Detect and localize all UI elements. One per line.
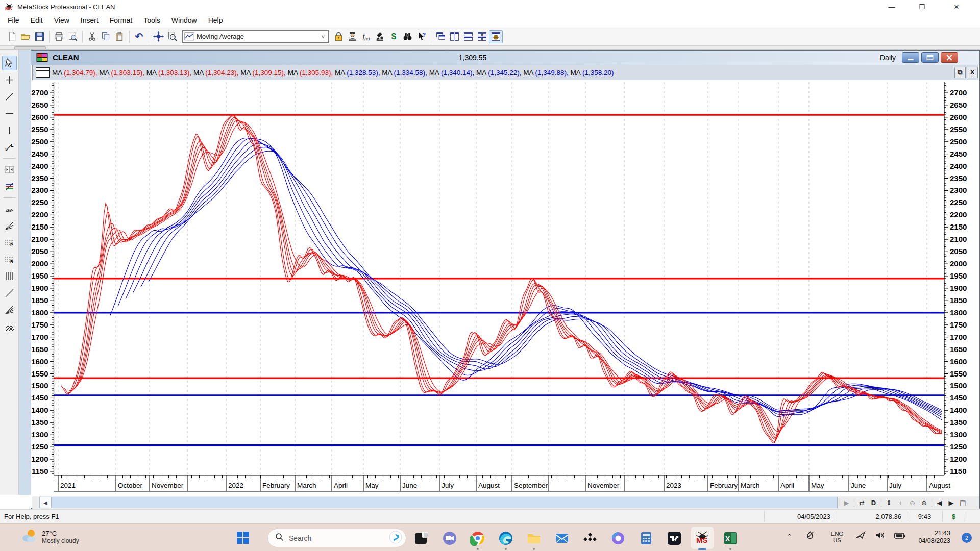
chart-nav-play-button[interactable]: ▶ [841,499,852,507]
multi-trend-icon[interactable] [2,179,17,194]
menu-tools[interactable]: Tools [138,14,166,27]
chart-nav-zoomin-button[interactable]: ⊕ [918,499,930,507]
paste-icon[interactable] [113,30,127,43]
chart-nav-D-button[interactable]: D [868,499,879,507]
taskbar-mail-icon[interactable] [554,531,570,546]
tray-keyboard-icon[interactable] [855,531,866,541]
legend-ma: MA (1,305.93), [288,69,335,77]
indicator-dropdown[interactable]: Moving Average ˅ [182,30,329,43]
sl-order-icon[interactable]: sL [2,140,17,155]
help-pointer-icon[interactable]: ? [414,30,428,43]
legend-ma: MA (1,358.20) [571,69,614,77]
taskbar-calculator-icon[interactable] [639,531,654,546]
tray-language[interactable]: ENGUS [827,531,847,544]
fan2-icon[interactable] [2,303,17,317]
taskbar-loop-icon[interactable] [610,531,626,546]
menu-edit[interactable]: Edit [25,14,48,27]
price-chart[interactable]: 1150115012001200125012501300130013501350… [31,81,979,496]
svg-text:1450: 1450 [31,393,48,402]
cut-icon[interactable] [85,30,99,43]
crosshair-icon[interactable] [152,30,165,43]
chart-window-titlebar[interactable]: CLEAN 1,309.55 Daily [31,51,979,65]
tray-clock[interactable]: 21:4304/08/2023 [914,530,950,545]
p-lines-icon[interactable]: P [2,235,17,250]
print-preview-icon[interactable] [66,30,80,43]
expert-icon[interactable] [346,30,359,43]
fan-icon[interactable] [2,218,17,233]
r-lines-icon[interactable]: R [2,252,17,267]
vertical-lines-icon[interactable] [2,269,17,284]
scrollbar-track[interactable] [52,497,838,508]
tile-grid-icon[interactable] [475,30,489,43]
diagonal-icon[interactable] [2,286,17,300]
trendline-horizontal-icon[interactable] [2,106,17,121]
scroll-arrows-icon[interactable] [2,162,17,177]
dollar-icon[interactable]: $ [387,30,401,43]
weather-widget[interactable]: 27°C Mostly cloudy [20,527,79,546]
doc-minimize-button[interactable] [902,52,919,63]
chart-nav-zoomout-button[interactable]: ⊖ [906,499,918,507]
hatch-icon[interactable] [2,319,17,334]
taskbar-edge-icon[interactable] [498,531,513,546]
taskbar-chrome-icon[interactable] [470,531,485,546]
gear-window-icon[interactable] [489,30,503,43]
trendline-vertical-icon[interactable] [2,123,17,138]
legend-restore-button[interactable]: ⧉ [954,67,966,78]
taskbar-tidal-icon[interactable] [582,531,598,546]
arcs-icon[interactable] [2,202,17,216]
minimize-button[interactable]: — [880,0,903,14]
indicator-icon[interactable] [373,30,387,43]
splitter-strip[interactable] [0,46,980,50]
open-folder-icon[interactable] [19,30,33,43]
restore-button[interactable]: ❐ [910,0,934,14]
close-button[interactable]: ✕ [945,0,968,14]
tile-horizontal-icon[interactable] [461,30,475,43]
menu-insert[interactable]: Insert [75,14,104,27]
notification-badge[interactable]: 2 [962,533,972,543]
pointer-icon[interactable] [2,56,17,70]
chart-nav-left-button[interactable]: ◀ [934,499,945,507]
tray-chevron-icon[interactable]: ⌃ [787,533,792,540]
cross-icon[interactable] [2,72,17,87]
cascade-icon[interactable] [434,30,448,43]
tile-vertical-icon[interactable] [448,30,461,43]
search-box[interactable]: Search [267,529,406,547]
binoculars-icon[interactable] [401,30,414,43]
trendline-diagonal-icon[interactable] [2,89,17,104]
taskbar-photos-icon[interactable] [414,531,429,546]
print-icon[interactable] [52,30,66,43]
taskbar-folder-icon[interactable] [526,531,542,546]
menu-bar: FileEditViewInsertFormatToolsWindowHelp [0,14,980,27]
tray-battery-icon[interactable] [894,533,905,540]
save-icon[interactable] [33,30,46,43]
legend-close-button[interactable]: X [967,67,978,78]
undo-icon[interactable]: ↶ [132,30,146,43]
taskbar-metastock-icon[interactable]: MS [695,531,710,546]
doc-close-button[interactable] [941,52,958,63]
chart-nav-menu-button[interactable]: ▤ [957,499,969,507]
function-icon[interactable]: f(x) [359,30,373,43]
chart-nav-pan-button[interactable]: + [895,499,906,507]
copy-icon[interactable] [99,30,113,43]
menu-file[interactable]: File [2,14,25,27]
menu-help[interactable]: Help [203,14,229,27]
scroll-left-button[interactable]: ◀ [39,497,52,508]
menu-view[interactable]: View [48,14,75,27]
svg-text:2550: 2550 [31,125,48,134]
doc-restore-button[interactable] [921,52,939,63]
menu-window[interactable]: Window [166,14,203,27]
taskbar-tradingview-icon[interactable] [667,531,682,546]
taskbar-excel-icon[interactable]: X [723,531,738,546]
chart-nav-updown-button[interactable]: ⇕ [883,499,895,507]
lock-icon[interactable] [332,30,346,43]
zoom-doc-icon[interactable] [165,30,179,43]
chart-nav-right-button[interactable]: ▶ [945,499,957,507]
tray-volume-icon[interactable] [875,531,885,541]
chart-nav-swap-button[interactable]: ⇄ [856,499,868,507]
chart-document-icon [36,53,48,62]
start-button[interactable] [236,531,250,545]
new-document-icon[interactable] [5,30,19,43]
menu-format[interactable]: Format [104,14,138,27]
tray-pen-icon[interactable] [805,531,815,541]
taskbar-teams-icon[interactable] [442,531,457,546]
